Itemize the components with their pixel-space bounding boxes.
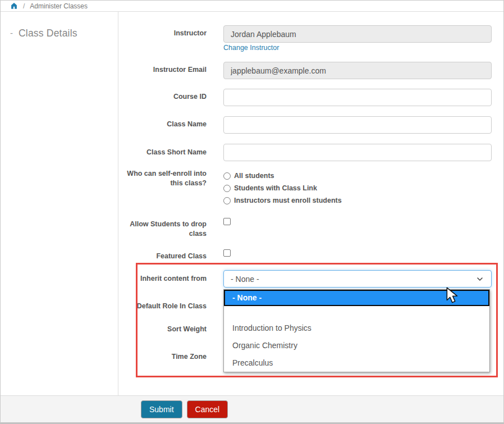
instructors-must-enroll-radio[interactable] bbox=[223, 197, 231, 204]
change-instructor-link[interactable]: Change Instructor bbox=[223, 44, 279, 52]
featured-class-row bbox=[223, 249, 231, 257]
allow-drop-row bbox=[223, 218, 231, 225]
all-students-radio-label: All students bbox=[234, 172, 274, 180]
collapse-minus-icon[interactable]: - bbox=[10, 28, 13, 39]
radio-row-instructors-enroll: Instructors must enroll students bbox=[223, 197, 342, 204]
dropdown-option-introduction-to-physics[interactable]: Introduction to Physics bbox=[224, 320, 489, 337]
instructor-email-input[interactable] bbox=[223, 62, 492, 79]
students-with-class-link-radio-label: Students with Class Link bbox=[234, 184, 317, 192]
inherit-content-label: Inherit content from bbox=[118, 274, 207, 284]
sidebar-section-title: Class Details bbox=[19, 28, 77, 39]
class-details-form: Instructor Change Instructor Instructor … bbox=[118, 12, 503, 395]
featured-class-label: Featured Class bbox=[118, 252, 207, 261]
radio-row-class-link: Students with Class Link bbox=[223, 184, 317, 192]
breadcrumb-separator: / bbox=[23, 2, 25, 10]
class-name-input[interactable] bbox=[223, 116, 492, 134]
home-icon[interactable] bbox=[10, 2, 18, 10]
dropdown-option-blank[interactable] bbox=[224, 306, 489, 320]
dropdown-option-none[interactable]: - None - bbox=[224, 290, 489, 306]
allow-drop-label: Allow Students to drop class bbox=[118, 220, 207, 239]
content-area: - Class Details Instructor Change Instru… bbox=[1, 12, 503, 395]
students-with-class-link-radio[interactable] bbox=[223, 185, 231, 192]
default-role-label: Default Role In Class bbox=[118, 302, 207, 311]
cancel-button[interactable]: Cancel bbox=[187, 400, 228, 418]
featured-class-checkbox[interactable] bbox=[223, 249, 231, 257]
course-id-input[interactable] bbox=[223, 89, 492, 106]
all-students-radio[interactable] bbox=[223, 172, 231, 180]
radio-row-all-students: All students bbox=[223, 172, 274, 180]
self-enroll-label: Who can self-enroll into this class? bbox=[118, 169, 207, 188]
form-actions-footer: Submit Cancel bbox=[1, 395, 503, 422]
class-short-name-input[interactable] bbox=[223, 144, 492, 161]
sidebar: - Class Details bbox=[1, 12, 118, 395]
class-name-label: Class Name bbox=[118, 120, 207, 129]
instructor-label: Instructor bbox=[118, 29, 207, 38]
sidebar-section-class-details[interactable]: - Class Details bbox=[10, 28, 118, 39]
breadcrumb: / Administer Classes bbox=[1, 1, 503, 12]
dropdown-option-precalculus[interactable]: Precalculus bbox=[224, 354, 489, 372]
sort-weight-label: Sort Weight bbox=[118, 325, 207, 334]
instructor-input[interactable] bbox=[223, 25, 492, 43]
class-short-name-label: Class Short Name bbox=[118, 148, 207, 157]
chevron-down-icon bbox=[475, 275, 484, 284]
course-id-label: Course ID bbox=[118, 92, 207, 102]
submit-button[interactable]: Submit bbox=[141, 400, 182, 418]
instructors-must-enroll-radio-label: Instructors must enroll students bbox=[234, 197, 342, 204]
inherit-content-selected-value: - None - bbox=[231, 275, 259, 284]
inherit-content-dropdown-menu: - None - Introduction to Physics Organic… bbox=[223, 289, 490, 372]
inherit-content-select[interactable]: - None - bbox=[223, 270, 492, 288]
administer-classes-page: / Administer Classes - Class Details Ins… bbox=[0, 0, 504, 424]
dropdown-option-organic-chemistry[interactable]: Organic Chemistry bbox=[224, 337, 489, 354]
instructor-email-label: Instructor Email bbox=[118, 65, 207, 75]
time-zone-label: Time Zone bbox=[118, 352, 207, 362]
allow-drop-checkbox[interactable] bbox=[223, 218, 231, 225]
breadcrumb-current: Administer Classes bbox=[30, 2, 88, 10]
